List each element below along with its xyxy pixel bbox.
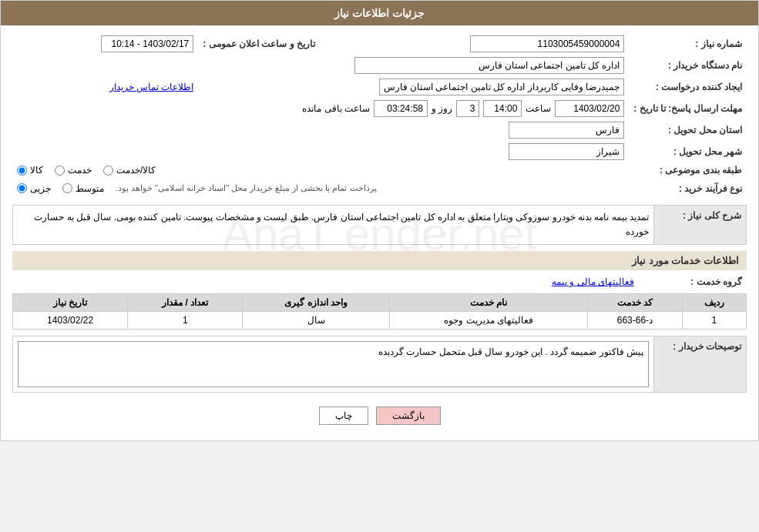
- row-tabaqe: طبقه بندی موضوعی : کالا/خدمت خدمت کالا: [12, 162, 747, 178]
- tabaqe-label: طبقه بندی موضوعی :: [629, 162, 747, 178]
- shomara-niaz-label: شماره نیاز :: [629, 33, 747, 55]
- sharh-label: شرح کلی نیاز :: [654, 206, 747, 245]
- cell-date: 1403/02/22: [13, 312, 128, 330]
- radio-kala[interactable]: [17, 166, 27, 176]
- row-ostan: استان محل تحویل : فارس: [12, 119, 747, 141]
- page-title: جزئیات اطلاعات نیاز: [334, 7, 425, 19]
- button-row: بازگشت چاپ: [12, 399, 747, 433]
- radio-motevaset-item: متوسط: [62, 183, 104, 194]
- service-table: ردیف کد خدمت نام خدمت واحد اندازه گیری ت…: [12, 293, 747, 330]
- mohlat-label: مهلت ارسال پاسخ: تا تاریخ :: [629, 98, 747, 119]
- row-nam-dastgah: نام دستگاه خریدار : اداره کل تامین اجتما…: [12, 55, 747, 76]
- tabaqe-radio-group: کالا/خدمت خدمت کالا: [17, 165, 624, 176]
- buyer-desc-label: توصیحات خریدار :: [654, 336, 747, 393]
- taarikh-elan-input: 1403/02/17 - 10:14: [101, 35, 193, 52]
- nam-dastgah-value: اداره کل تامین اجتماعی استان فارس: [12, 55, 629, 76]
- services-section-title: اطلاعات خدمات مورد نیاز: [12, 251, 747, 270]
- ostan-input: فارس: [509, 122, 624, 139]
- radio-jozi-item: جزیی: [17, 183, 51, 194]
- radio-kala-khedmat-item: کالا/خدمت: [103, 165, 156, 176]
- row-mohlat: مهلت ارسال پاسخ: تا تاریخ : 1403/02/20 س…: [12, 98, 747, 119]
- col-name: نام خدمت: [390, 294, 588, 312]
- radio-khedmat[interactable]: [55, 166, 65, 176]
- sharh-text: تمدید بیمه نامه بدنه خودرو سوزوکی ویتارا…: [34, 212, 649, 237]
- buyer-desc-value: پیش فاکنور ضمیمه گردد . این خودرو سال قب…: [13, 336, 654, 393]
- shomara-niaz-value: 1103005459000004: [331, 33, 629, 55]
- row-group: گروه خدمت : فعالیتهای مالی و بیمه: [12, 274, 747, 289]
- main-content: AnaT ender.net شماره نیاز : 110300545900…: [1, 25, 758, 440]
- table-row: 1 د-66-663 فعالیتهای مدیریت وجوه سال 1 1…: [13, 312, 747, 330]
- radio-motevaset[interactable]: [62, 183, 72, 193]
- farayand-label: نوع فرآیند خرید :: [629, 178, 747, 199]
- shomara-niaz-input: 1103005459000004: [470, 35, 624, 52]
- ostan-label: استان محل تحویل :: [629, 119, 747, 141]
- group-link[interactable]: فعالیتهای مالی و بیمه: [552, 276, 634, 287]
- cell-radif: 1: [682, 312, 746, 330]
- remaining-label: ساعت باقی مانده: [302, 103, 370, 114]
- buyer-desc-table: توصیحات خریدار : پیش فاکنور ضمیمه گردد .…: [12, 336, 747, 393]
- col-radif: ردیف: [682, 294, 746, 312]
- group-table: گروه خدمت : فعالیتهای مالی و بیمه: [12, 274, 747, 289]
- radio-khedmat-item: خدمت: [55, 165, 92, 176]
- service-table-header: ردیف کد خدمت نام خدمت واحد اندازه گیری ت…: [13, 294, 747, 312]
- rooz-input: 3: [456, 100, 479, 117]
- radio-kala-item: کالا: [17, 165, 43, 176]
- row-creator: ایجاد کننده درخواست : جمیدرضا وفایی کارب…: [12, 76, 747, 98]
- farayand-radio-group: پرداخت تمام یا بخشی از مبلغ خریداز محل "…: [17, 180, 624, 196]
- col-code: کد خدمت: [588, 294, 683, 312]
- buyer-desc-text: پیش فاکنور ضمیمه گردد . این خودرو سال قب…: [378, 346, 643, 357]
- page-header: جزئیات اطلاعات نیاز: [1, 1, 758, 25]
- nam-dastgah-input: اداره کل تامین اجتماعی استان فارس: [354, 57, 624, 74]
- col-date: تاریخ نیاز: [13, 294, 128, 312]
- ostan-value: فارس: [12, 119, 629, 141]
- service-table-body: 1 د-66-663 فعالیتهای مدیریت وجوه سال 1 1…: [13, 312, 747, 330]
- creator-label: ایجاد کننده درخواست :: [629, 76, 747, 98]
- creator-value: جمیدرضا وفایی کاربرداز اداره کل تامین اج…: [198, 76, 629, 98]
- cell-unit: سال: [243, 312, 390, 330]
- mohlat-date-input: 1403/02/20: [555, 100, 624, 117]
- sharh-value: تمدید بیمه نامه بدنه خودرو سوزوکی ویتارا…: [13, 206, 654, 245]
- contact-link-cell: اطلاعات تماس خریدار: [12, 76, 198, 98]
- radio-khedmat-label: خدمت: [68, 165, 92, 176]
- mohlat-saat-input: 14:00: [483, 100, 522, 117]
- buyer-desc-input[interactable]: پیش فاکنور ضمیمه گردد . این خودرو سال قب…: [18, 341, 649, 387]
- taarikh-elan-value: 1403/02/17 - 10:14: [12, 33, 198, 55]
- mohlat-row: 1403/02/20 ساعت 14:00 3 روز و 03:24:58 س…: [17, 100, 624, 117]
- sharh-table: شرح کلی نیاز : تمدید بیمه نامه بدنه خودر…: [12, 205, 747, 245]
- cell-name: فعالیتهای مدیریت وجوه: [390, 312, 588, 330]
- shahr-value: شیراز: [12, 141, 629, 162]
- radio-jozi-label: جزیی: [30, 183, 51, 194]
- group-value: فعالیتهای مالی و بیمه: [12, 274, 639, 289]
- creator-input: جمیدرضا وفایی کاربرداز اداره کل تامین اج…: [379, 79, 625, 95]
- rooz-label: روز و: [432, 103, 452, 114]
- taarikh-elan-label: تاریخ و ساعت اعلان عمومی :: [198, 33, 331, 55]
- tabaqe-value: کالا/خدمت خدمت کالا: [12, 162, 629, 178]
- service-table-header-row: ردیف کد خدمت نام خدمت واحد اندازه گیری ت…: [13, 294, 747, 312]
- info-table: شماره نیاز : 1103005459000004 تاریخ و سا…: [12, 33, 747, 199]
- farayand-note: پرداخت تمام یا بخشی از مبلغ خریداز محل "…: [116, 180, 377, 196]
- radio-kala-khedmat[interactable]: [103, 166, 113, 176]
- group-label: گروه خدمت :: [639, 274, 747, 289]
- radio-motevaset-label: متوسط: [76, 183, 104, 194]
- radio-jozi[interactable]: [17, 183, 27, 193]
- col-unit: واحد اندازه گیری: [243, 294, 390, 312]
- radio-kala-label: کالا: [30, 165, 43, 176]
- nam-dastgah-label: نام دستگاه خریدار :: [629, 55, 747, 76]
- farayand-value: پرداخت تمام یا بخشی از مبلغ خریداز محل "…: [12, 178, 629, 199]
- print-button[interactable]: چاپ: [319, 407, 368, 425]
- row-shahr: شهر محل تحویل : شیراز: [12, 141, 747, 162]
- row-buyer-desc: توصیحات خریدار : پیش فاکنور ضمیمه گردد .…: [13, 336, 747, 393]
- main-page: جزئیات اطلاعات نیاز AnaT ender.net شماره…: [0, 0, 759, 441]
- saat-label: ساعت: [526, 103, 551, 114]
- contact-link[interactable]: اطلاعات تماس خریدار: [109, 82, 194, 92]
- back-button[interactable]: بازگشت: [376, 407, 441, 425]
- cell-qty: 1: [128, 312, 243, 330]
- row-sharh: شرح کلی نیاز : تمدید بیمه نامه بدنه خودر…: [13, 206, 747, 245]
- row-farayand: نوع فرآیند خرید : پرداخت تمام یا بخشی از…: [12, 178, 747, 199]
- col-qty: تعداد / مقدار: [128, 294, 243, 312]
- shahr-label: شهر محل تحویل :: [629, 141, 747, 162]
- remaining-time-input: 03:24:58: [374, 100, 428, 117]
- mohlat-value: 1403/02/20 ساعت 14:00 3 روز و 03:24:58 س…: [12, 98, 629, 119]
- row-shomara: شماره نیاز : 1103005459000004 تاریخ و سا…: [12, 33, 747, 55]
- cell-code: د-66-663: [588, 312, 683, 330]
